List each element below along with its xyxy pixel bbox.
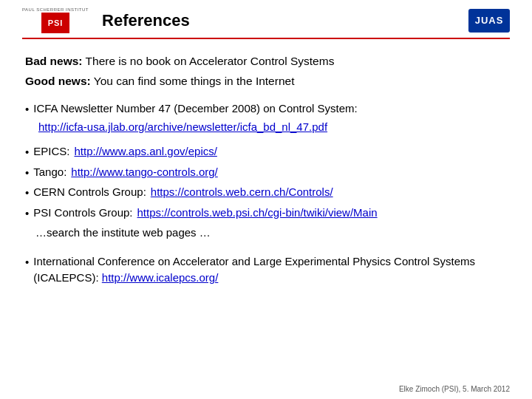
icfa-block: • ICFA Newsletter Number 47 (December 20… bbox=[25, 100, 507, 134]
link-url-0[interactable]: http://www.aps.anl.gov/epics/ bbox=[74, 143, 216, 161]
bullet-dot-2: • bbox=[25, 185, 29, 202]
icalepcs-bullet-dot: • bbox=[25, 254, 29, 287]
link-url-1[interactable]: http://www.tango-controls.org/ bbox=[71, 164, 217, 182]
bullet-dot-1: • bbox=[25, 165, 29, 182]
bad-news-line: Bad news: There is no book on Accelerato… bbox=[25, 52, 507, 69]
header: PAUL SCHERRER INSTITUT PSI References JU… bbox=[22, 7, 510, 39]
link-item-2: • CERN Controls Group: https://controls.… bbox=[25, 184, 507, 202]
links-section: • EPICS: http://www.aps.anl.gov/epics/ •… bbox=[25, 143, 507, 242]
icalepcs-block: • International Conference on Accelerato… bbox=[25, 253, 507, 287]
page-title: References bbox=[102, 11, 190, 30]
bullet-dot-3: • bbox=[25, 205, 29, 222]
icalepcs-main-text: International Conference on Accelerator … bbox=[33, 255, 475, 284]
link-url-2[interactable]: https://controls.web.cern.ch/Controls/ bbox=[151, 184, 333, 202]
link-label-2: CERN Controls Group: bbox=[33, 184, 146, 202]
link-label-3: PSI Controls Group: bbox=[33, 205, 132, 222]
bad-news-text: There is no book on Accelerator Control … bbox=[83, 55, 335, 67]
icfa-text: ICFA Newsletter Number 47 (December 2008… bbox=[33, 100, 358, 118]
content: Bad news: There is no book on Accelerato… bbox=[22, 52, 510, 287]
good-news-text: You can find some things in the Internet bbox=[91, 75, 295, 87]
good-news-label: Good news: bbox=[25, 75, 91, 87]
icalepcs-text: International Conference on Accelerator … bbox=[33, 253, 507, 287]
link-item-1: • Tango: http://www.tango-controls.org/ bbox=[25, 164, 507, 182]
bad-news-label: Bad news: bbox=[25, 55, 83, 67]
psi-subtitle: PAUL SCHERRER INSTITUT bbox=[22, 7, 89, 12]
juas-logo: JUAS bbox=[468, 9, 510, 33]
link-label-1: Tango: bbox=[33, 164, 66, 182]
psi-logo-box: PSI bbox=[41, 13, 69, 33]
icfa-bullet-dot: • bbox=[25, 101, 29, 118]
link-item-0: • EPICS: http://www.aps.anl.gov/epics/ bbox=[25, 143, 507, 161]
icfa-link[interactable]: http://icfa-usa.jlab.org/archive/newslet… bbox=[38, 120, 327, 133]
link-url-3[interactable]: https://controls.web.psi.ch/cgi-bin/twik… bbox=[137, 205, 378, 222]
icfa-link-line: http://icfa-usa.jlab.org/archive/newslet… bbox=[38, 120, 507, 133]
icfa-bullet-item: • ICFA Newsletter Number 47 (December 20… bbox=[25, 100, 507, 118]
slide: PAUL SCHERRER INSTITUT PSI References JU… bbox=[0, 0, 532, 399]
link-item-3: • PSI Controls Group: https://controls.w… bbox=[25, 205, 507, 222]
psi-logo: PAUL SCHERRER INSTITUT PSI bbox=[22, 7, 89, 33]
search-line: …search the institute web pages … bbox=[35, 225, 507, 242]
icalepcs-bullet-item: • International Conference on Accelerato… bbox=[25, 253, 507, 287]
bullet-dot-0: • bbox=[25, 144, 29, 161]
footer: Elke Zimoch (PSI), 5. March 2012 bbox=[399, 385, 510, 393]
header-left: PAUL SCHERRER INSTITUT PSI References bbox=[22, 7, 190, 33]
link-label-0: EPICS: bbox=[33, 143, 69, 161]
icalepcs-link[interactable]: http://www.icalepcs.org/ bbox=[102, 271, 219, 284]
good-news-line: Good news: You can find some things in t… bbox=[25, 72, 507, 89]
